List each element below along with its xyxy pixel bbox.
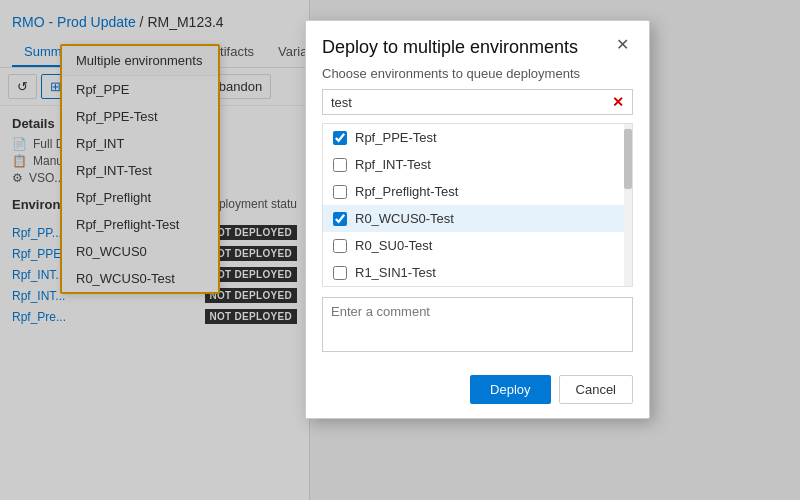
scrollbar-thumb[interactable] (624, 129, 632, 189)
comment-textarea[interactable] (322, 297, 633, 352)
search-input[interactable] (331, 95, 612, 110)
dialog-close-button[interactable]: ✕ (612, 37, 633, 53)
env-checkbox-item-6[interactable]: R1_SIN1-Test (323, 259, 632, 286)
scrollbar-track (624, 124, 632, 286)
env-checkbox-list: Rpf_PPE-Test Rpf_INT-Test Rpf_Preflight-… (322, 123, 633, 287)
env-checkbox-label-4: R0_WCUS0-Test (355, 211, 454, 226)
dialog-search-box[interactable]: ✕ (322, 89, 633, 115)
search-clear-icon[interactable]: ✕ (612, 94, 624, 110)
deploy-dialog: Deploy to multiple environments ✕ Choose… (305, 20, 650, 419)
env-checkbox-item-4[interactable]: R0_WCUS0-Test (323, 205, 632, 232)
dialog-title: Deploy to multiple environments (322, 37, 578, 58)
dialog-comment-area[interactable] (322, 297, 633, 355)
env-checkbox-3[interactable] (333, 185, 347, 199)
env-checkbox-item-5[interactable]: R0_SU0-Test (323, 232, 632, 259)
env-checkbox-item-1[interactable]: Rpf_PPE-Test (323, 124, 632, 151)
env-checkbox-2[interactable] (333, 158, 347, 172)
env-checkbox-5[interactable] (333, 239, 347, 253)
env-checkbox-6[interactable] (333, 266, 347, 280)
env-checkbox-item-2[interactable]: Rpf_INT-Test (323, 151, 632, 178)
env-checkbox-1[interactable] (333, 131, 347, 145)
env-checkbox-label-6: R1_SIN1-Test (355, 265, 436, 280)
dialog-deploy-button[interactable]: Deploy (470, 375, 550, 404)
env-checkbox-label-1: Rpf_PPE-Test (355, 130, 437, 145)
dialog-header: Deploy to multiple environments ✕ (306, 21, 649, 66)
env-checkbox-label-5: R0_SU0-Test (355, 238, 432, 253)
env-checkbox-4[interactable] (333, 212, 347, 226)
dialog-cancel-button[interactable]: Cancel (559, 375, 633, 404)
dialog-subtitle: Choose environments to queue deployments (306, 66, 649, 89)
env-checkbox-label-3: Rpf_Preflight-Test (355, 184, 458, 199)
env-checkbox-item-3[interactable]: Rpf_Preflight-Test (323, 178, 632, 205)
dialog-footer: Deploy Cancel (306, 367, 649, 418)
env-checkbox-label-2: Rpf_INT-Test (355, 157, 431, 172)
